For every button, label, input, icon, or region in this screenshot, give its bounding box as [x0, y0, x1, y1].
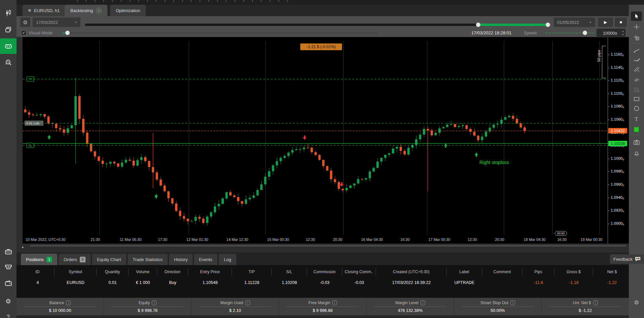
column-header-label[interactable]: Label	[447, 268, 482, 276]
stop-button[interactable]: ■	[615, 18, 627, 27]
speed-value: 10000x	[603, 31, 617, 36]
speed-input[interactable]: 10000x ▲▼	[597, 29, 625, 37]
info-icon[interactable]: i	[152, 300, 157, 305]
sidebar-item-automate[interactable]	[0, 38, 16, 54]
tool-equidistant-channel[interactable]: E	[631, 65, 642, 74]
play-button[interactable]: ▶	[598, 18, 613, 27]
cell-symbol: EURUSD	[55, 278, 97, 287]
tool-crosshair[interactable]	[631, 22, 642, 32]
start-date-select[interactable]: 17/03/2022 ▼	[33, 18, 80, 27]
column-header-comment[interactable]: Comment	[482, 268, 522, 276]
backtest-settings-button[interactable]: ⚙	[20, 18, 30, 27]
tab-backtesting[interactable]: Backtesting	[65, 5, 107, 16]
tab-equity-chart[interactable]: Equity Chart	[92, 254, 126, 265]
column-header-s-l[interactable]: S/L	[272, 268, 307, 276]
cell-gross-: -1.16	[554, 278, 593, 287]
tool-text[interactable]: T	[631, 115, 642, 124]
info-icon[interactable]: i	[66, 300, 71, 305]
info-icon[interactable]: i	[332, 300, 337, 305]
tool-freehand[interactable]	[631, 55, 642, 65]
candle	[311, 148, 313, 152]
tool-cursor[interactable]	[631, 11, 642, 21]
sidebar-item-settings[interactable]: ⚙	[0, 293, 16, 309]
candle	[330, 171, 332, 179]
position-lots-tag[interactable]: 0.01 Lots ↑	[25, 121, 43, 126]
price-axis[interactable]: 1.116001.114001.112001.110001.108001.106…	[608, 37, 629, 244]
pause-icon[interactable]	[96, 8, 102, 13]
tab-optimization[interactable]: Optimization	[110, 5, 146, 16]
positions-table-row[interactable]: 4EURUSD0.01€ 1 000Buy1.105481.112281.102…	[21, 278, 631, 287]
column-header-symbol[interactable]: Symbol	[55, 268, 97, 276]
sidebar-item-copy[interactable]	[0, 22, 16, 37]
candle	[71, 125, 73, 128]
tab-history[interactable]: History	[169, 254, 193, 265]
column-header-net-[interactable]: Net $	[593, 268, 631, 276]
column-header-entry-price[interactable]: Entry Price	[188, 268, 232, 276]
tool-rectangle[interactable]	[631, 94, 642, 104]
crosshair-square-icon	[634, 35, 640, 41]
column-header-pips[interactable]: Pips	[522, 268, 554, 276]
candle	[28, 113, 30, 115]
candle	[442, 127, 445, 128]
visual-mode-checkbox[interactable]: ✓	[21, 30, 26, 35]
column-header-t-p[interactable]: T/P	[232, 268, 272, 276]
tool-alerts[interactable]	[631, 149, 642, 158]
ellipse-icon	[633, 105, 640, 112]
info-icon[interactable]: i	[420, 300, 425, 305]
tp-line-tag[interactable]: TP	[27, 76, 34, 82]
column-header-closing-comm-[interactable]: Closing Comm..	[342, 268, 376, 276]
sidebar-item-analyze[interactable]	[0, 55, 16, 70]
speed-slider-thumb[interactable]	[583, 31, 587, 35]
progress-thumb-current[interactable]	[476, 23, 480, 27]
cell-quantity: 0.01	[97, 278, 129, 287]
column-header-id[interactable]: ID	[21, 268, 55, 276]
sidebar-item-trade[interactable]	[0, 5, 16, 21]
column-header-direction[interactable]: Direction	[157, 268, 188, 276]
info-icon[interactable]: i	[593, 300, 598, 305]
tool-parallel-lines[interactable]	[631, 75, 642, 85]
tool-snapshot[interactable]	[631, 137, 642, 147]
price-chart[interactable]: TP0.01 Lots ↑SL -1.21 $ (-0.01%) Right s…	[23, 37, 608, 244]
progress-thumb-end[interactable]	[546, 23, 550, 27]
sidebar-item-wallet[interactable]	[0, 276, 16, 291]
spinner-arrows-icon[interactable]: ▲▼	[622, 30, 624, 36]
tab-instrument[interactable]: EURUSD, h1	[23, 5, 66, 16]
end-date-select[interactable]: 01/05/2022 ▼	[554, 18, 595, 27]
chart-horizontal-scrollbar[interactable]	[30, 245, 626, 247]
tool-crosshair-snap[interactable]	[631, 33, 642, 42]
candle	[493, 125, 495, 128]
chart-settings[interactable]: ⚙	[631, 298, 642, 307]
floating-pl-badge[interactable]: -1.21 $ (-0.01%)	[300, 43, 342, 50]
tab-orders[interactable]: Orders0	[59, 254, 91, 265]
sidebar-item-deposit[interactable]	[0, 260, 16, 275]
tool-fibonacci[interactable]: F	[631, 85, 642, 95]
tab-trade-statistics[interactable]: Trade Statistics	[128, 254, 168, 265]
visual-slider-track[interactable]	[69, 33, 378, 33]
tool-ellipse[interactable]	[631, 104, 642, 113]
collapse-arrow-icon[interactable]: ▲	[21, 245, 24, 249]
column-header-gross-[interactable]: Gross $	[554, 268, 593, 276]
column-header-volume[interactable]: Volume	[129, 268, 157, 276]
tab-positions[interactable]: Positions1	[21, 254, 57, 265]
tab-events[interactable]: Events	[194, 254, 217, 265]
info-icon[interactable]: i	[510, 300, 515, 305]
tab-optimization-label: Optimization	[116, 8, 140, 13]
stat-label: Balancei	[16, 300, 104, 306]
visual-slider-thumb[interactable]	[65, 31, 70, 35]
info-icon[interactable]: i	[245, 300, 250, 305]
buy-arrow-icon	[444, 143, 448, 148]
sidebar-item-help[interactable]: ?	[0, 309, 16, 318]
sl-line-tag[interactable]: SL	[27, 143, 34, 148]
tab-log[interactable]: Log	[219, 254, 236, 265]
candlestick-chart-canvas[interactable]	[23, 37, 608, 235]
feedback-button[interactable]: Feedback	[610, 254, 644, 264]
tool-color-swatch[interactable]	[631, 125, 642, 134]
cell-entry-price: 1.10548	[188, 278, 232, 287]
column-header-created-utc-5-30-[interactable]: Created (UTC+5:30)	[376, 268, 447, 276]
column-header-commission[interactable]: Commission	[307, 268, 342, 276]
tool-trend-line[interactable]	[631, 46, 642, 55]
column-header-quantity[interactable]: Quantity	[97, 268, 129, 276]
candle	[125, 160, 127, 162]
time-axis-label: 17 Mar 00:30	[429, 237, 450, 242]
sidebar-item-portfolio[interactable]	[0, 244, 16, 259]
